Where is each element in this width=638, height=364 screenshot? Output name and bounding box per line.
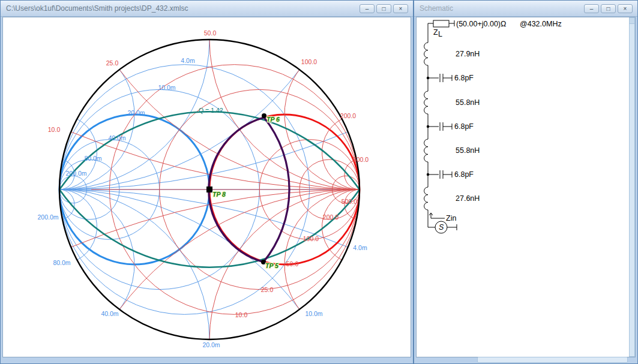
smith-chart-window: 50.025.010.0100.0200.0500.0500.0200.0100… bbox=[0, 0, 414, 364]
svg-text:200.0: 200.0 bbox=[340, 112, 356, 119]
smith-chart-area[interactable]: 50.025.010.0100.0200.0500.0500.0200.0100… bbox=[2, 17, 411, 357]
svg-text:200.0m: 200.0m bbox=[37, 213, 58, 221]
vertical-scrollbar[interactable] bbox=[629, 17, 635, 357]
close-button[interactable]: × bbox=[618, 4, 633, 13]
svg-text:25.0: 25.0 bbox=[261, 286, 274, 293]
smith-window-title: C:\Users\ok1uf\Documents\Smith projects\… bbox=[6, 4, 360, 13]
svg-text:10.0m: 10.0m bbox=[158, 84, 175, 91]
svg-text:50.0: 50.0 bbox=[204, 29, 217, 37]
svg-text:TP 5: TP 5 bbox=[265, 262, 278, 269]
svg-text:50.0: 50.0 bbox=[286, 260, 299, 267]
svg-text:25.0: 25.0 bbox=[106, 59, 119, 67]
schematic-window-title: Schematic bbox=[420, 4, 584, 13]
close-button[interactable]: × bbox=[393, 4, 408, 13]
svg-text:500.0: 500.0 bbox=[342, 198, 357, 205]
svg-text:27.9nH: 27.9nH bbox=[456, 50, 480, 58]
svg-text:10.0: 10.0 bbox=[48, 126, 61, 133]
svg-text:80.0m: 80.0m bbox=[53, 259, 70, 266]
svg-text:20.0m: 20.0m bbox=[127, 109, 145, 116]
svg-text:6.8pF: 6.8pF bbox=[454, 74, 474, 82]
svg-text:4.0m: 4.0m bbox=[353, 244, 367, 251]
svg-text:55.8nH: 55.8nH bbox=[456, 146, 480, 155]
svg-text:L: L bbox=[438, 30, 442, 38]
minimize-button[interactable]: – bbox=[360, 4, 375, 13]
svg-text:10.0: 10.0 bbox=[235, 311, 248, 318]
svg-text:Zin: Zin bbox=[446, 214, 456, 222]
smith-chart[interactable]: 50.025.010.0100.0200.0500.0500.0200.0100… bbox=[3, 17, 413, 358]
svg-text:TP 8: TP 8 bbox=[212, 191, 226, 198]
svg-text:6.8pF: 6.8pF bbox=[454, 170, 474, 179]
svg-text:Q = 1.42: Q = 1.42 bbox=[199, 107, 223, 114]
svg-text:4.0m: 4.0m bbox=[181, 57, 195, 64]
schematic-window-controls: – □ × bbox=[584, 4, 633, 13]
svg-text:55.8nH: 55.8nH bbox=[456, 98, 480, 107]
smith-window-titlebar[interactable]: C:\Users\ok1uf\Documents\Smith projects\… bbox=[1, 1, 413, 17]
schematic-window: ZL(50.00+j0.00)Ω@432.0MHz27.9nH6.8pF55.8… bbox=[414, 0, 638, 364]
svg-text:100.0: 100.0 bbox=[301, 58, 317, 65]
svg-text:@432.0MHz: @432.0MHz bbox=[520, 20, 562, 28]
svg-text:TP 6: TP 6 bbox=[266, 116, 280, 123]
horizontal-scrollbar[interactable] bbox=[477, 357, 628, 363]
svg-text:S: S bbox=[439, 223, 444, 231]
restore-button[interactable]: □ bbox=[601, 4, 616, 13]
svg-text:40.0m: 40.0m bbox=[108, 134, 125, 142]
desktop: { "left_window": { "title": "C:\\Users\\… bbox=[0, 0, 638, 364]
svg-text:40.0m: 40.0m bbox=[101, 310, 118, 317]
scroll-up-button[interactable] bbox=[630, 18, 634, 24]
minimize-button[interactable]: – bbox=[584, 4, 599, 13]
svg-text:200.0: 200.0 bbox=[323, 213, 339, 221]
schematic-window-titlebar[interactable]: Schematic – □ × bbox=[414, 1, 637, 17]
svg-text:(50.00+j0.00)Ω: (50.00+j0.00)Ω bbox=[456, 20, 506, 28]
svg-text:500.0: 500.0 bbox=[353, 156, 369, 163]
svg-text:100.0: 100.0 bbox=[303, 235, 319, 242]
schematic-area[interactable]: ZL(50.00+j0.00)Ω@432.0MHz27.9nH6.8pF55.8… bbox=[416, 17, 636, 357]
svg-text:20.0m: 20.0m bbox=[202, 341, 220, 348]
svg-text:Z: Z bbox=[433, 28, 438, 37]
svg-text:10.0m: 10.0m bbox=[305, 310, 322, 317]
schematic-canvas[interactable]: ZL(50.00+j0.00)Ω@432.0MHz27.9nH6.8pF55.8… bbox=[417, 17, 636, 358]
svg-text:80.0m: 80.0m bbox=[84, 155, 101, 162]
svg-text:6.8pF: 6.8pF bbox=[454, 122, 474, 131]
restore-button[interactable]: □ bbox=[376, 4, 391, 13]
svg-text:200.0m: 200.0m bbox=[65, 170, 86, 177]
svg-text:27.6nH: 27.6nH bbox=[456, 194, 480, 203]
smith-window-controls: – □ × bbox=[360, 4, 408, 13]
